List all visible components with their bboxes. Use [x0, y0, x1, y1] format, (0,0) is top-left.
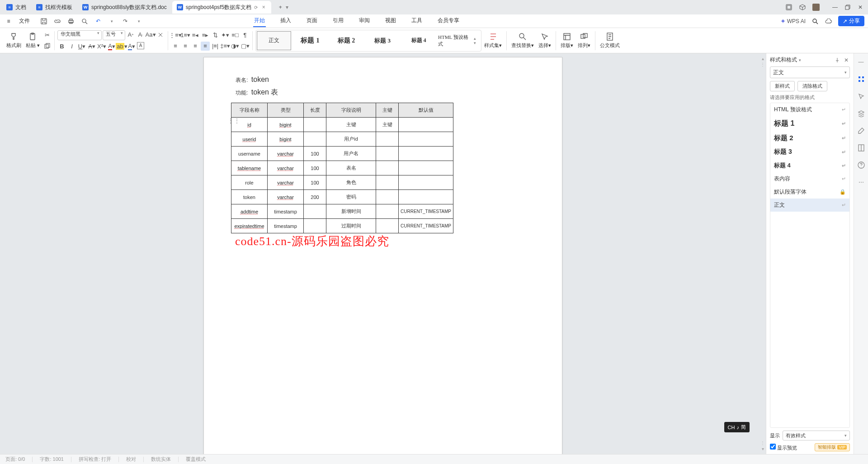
increase-font-icon[interactable]: A+ — [126, 30, 135, 39]
line-spacing-icon[interactable]: ‡≡▾ — [221, 42, 230, 51]
italic-icon[interactable]: I — [67, 42, 76, 51]
status-overwrite[interactable]: 覆盖模式 — [186, 456, 206, 463]
numbering-icon[interactable]: 1≡▾ — [181, 31, 190, 40]
scroll-up-icon[interactable]: ▴ — [762, 56, 764, 61]
style-list-item[interactable]: 标题 3↵ — [770, 145, 849, 159]
tab-member[interactable]: 会员专享 — [437, 15, 460, 27]
clear-format-icon[interactable] — [156, 30, 165, 39]
cube-icon[interactable] — [797, 1, 808, 13]
sb-more-icon[interactable]: ⋯ — [857, 178, 865, 186]
align-center-icon[interactable]: ≡ — [181, 42, 190, 51]
minimize-button[interactable]: — — [829, 1, 841, 13]
style-list-item[interactable]: 表内容↵ — [770, 172, 849, 185]
font-name-select[interactable]: 华文细黑 ▾ — [57, 30, 102, 40]
style-gallery-more-icon[interactable]: ▴▾ — [474, 36, 480, 45]
redo-icon[interactable]: ↷ — [121, 17, 129, 25]
scroll-down-icon[interactable]: ▾ — [762, 446, 764, 451]
collapse-icon[interactable]: — — [857, 58, 865, 66]
close-button[interactable]: ✕ — [854, 1, 866, 13]
share-button[interactable]: ↗分享 — [838, 16, 864, 26]
style-list-item[interactable]: 正文↵ — [770, 199, 849, 212]
highlight-icon[interactable]: ab▾ — [117, 42, 126, 51]
underline-icon[interactable]: U▾ — [77, 42, 86, 51]
style-h1[interactable]: 标题 1 — [293, 31, 327, 50]
clear-format-button[interactable]: 清除格式 — [797, 81, 827, 91]
document-area[interactable]: ▴⋮ ⋮⋮ 表名: token 功能: token 表 字段名称 类型 长度 字… — [0, 53, 766, 454]
shading-para-icon[interactable]: ◑▾ — [231, 42, 240, 51]
sb-layers-icon[interactable] — [857, 109, 865, 118]
line-box-icon[interactable]: ≡□ — [231, 31, 240, 40]
save-icon[interactable] — [40, 17, 48, 25]
tab-cite[interactable]: 引用 — [332, 15, 344, 27]
style-list-item[interactable]: 标题 2↵ — [770, 131, 849, 145]
bullets-icon[interactable]: ⋮≡▾ — [171, 31, 180, 40]
border-icon[interactable]: ▢▾ — [241, 42, 250, 51]
search-icon[interactable] — [811, 17, 819, 25]
justify-icon[interactable]: ≡ — [201, 42, 210, 51]
print-icon[interactable] — [67, 17, 75, 25]
tab-doc-2-active[interactable]: Wspringboot4psf5数据库文档⟳× — [172, 1, 271, 14]
style-list-item[interactable]: 默认段落字体🔒 — [770, 185, 849, 199]
show-filter-select[interactable]: 有效样式▾ — [783, 431, 850, 440]
bold-icon[interactable]: B — [57, 42, 66, 51]
print-preview-icon[interactable] — [80, 17, 89, 25]
status-spell[interactable]: 拼写检查: 打开 — [79, 456, 111, 463]
style-list-item[interactable]: 标题 4↵ — [770, 159, 849, 172]
strikethrough-icon[interactable]: A▾ — [87, 42, 96, 51]
close-panel-icon[interactable]: ✕ — [843, 57, 850, 64]
layout-button[interactable]: 排版▾ — [559, 31, 575, 50]
preview-checkbox[interactable]: 显示预览 — [770, 444, 797, 451]
layout-mode-icon[interactable] — [783, 1, 795, 13]
new-style-button[interactable]: 新样式 — [770, 81, 795, 91]
decrease-font-icon[interactable]: A- — [136, 30, 145, 39]
character-border-icon[interactable]: A — [137, 42, 144, 49]
status-entity[interactable]: 数统实体 — [151, 456, 171, 463]
tab-review[interactable]: 审阅 — [358, 15, 371, 27]
font-color-icon[interactable]: A▾ — [107, 42, 116, 51]
style-normal[interactable]: 正文 — [257, 31, 291, 50]
smart-layout-badge[interactable]: 智能排版VIP — [815, 443, 850, 451]
close-icon[interactable]: × — [260, 4, 267, 10]
shading-icon[interactable]: A▾ — [127, 42, 136, 51]
status-page[interactable]: 页面: 0/0 — [5, 456, 25, 463]
style-h2[interactable]: 标题 2 — [329, 31, 363, 50]
cut-icon[interactable]: ✂ — [42, 31, 52, 40]
undo-icon[interactable]: ↶ — [94, 17, 102, 25]
style-set-button[interactable]: 样式集▾ — [482, 31, 504, 50]
redo-dropdown-icon[interactable]: ▾ — [135, 17, 143, 25]
align-left-icon[interactable]: ≡ — [171, 42, 180, 51]
status-proof[interactable]: 校对 — [126, 456, 136, 463]
tab-template[interactable]: ≡找框壳模板 — [32, 1, 77, 14]
text-effect-icon[interactable]: ✦▾ — [221, 31, 230, 40]
decrease-indent-icon[interactable]: ≡◂ — [191, 31, 200, 40]
tab-page[interactable]: 页面 — [306, 15, 318, 27]
style-list-item[interactable]: HTML 预设格式↵ — [770, 103, 849, 116]
status-words[interactable]: 字数: 1001 — [40, 456, 64, 463]
tab-menu-caret-icon[interactable]: ▾ — [286, 4, 292, 10]
sb-tools-icon[interactable] — [857, 127, 865, 135]
find-replace-button[interactable]: 查找替换▾ — [509, 31, 536, 50]
format-brush-button[interactable]: 格式刷 — [5, 31, 23, 50]
arrange-button[interactable]: 排列▾ — [576, 31, 592, 50]
pin-icon[interactable] — [834, 57, 841, 64]
sort-icon[interactable]: ⇅ — [211, 31, 220, 40]
increase-indent-icon[interactable]: ≡▸ — [201, 31, 210, 40]
font-size-select[interactable]: 五号 ▾ — [103, 30, 125, 40]
style-h3[interactable]: 标题 3 — [365, 31, 400, 50]
distribute-icon[interactable]: |≡| — [211, 42, 220, 51]
link-icon[interactable] — [53, 17, 61, 25]
new-tab-button[interactable]: + — [275, 2, 286, 13]
tab-docs[interactable]: ≡文档 — [2, 1, 31, 14]
change-case-icon[interactable]: Aa▾ — [146, 30, 155, 39]
tab-tools[interactable]: 工具 — [410, 15, 423, 27]
undo-dropdown-icon[interactable]: ▾ — [108, 17, 116, 25]
tab-insert[interactable]: 插入 — [279, 15, 292, 27]
file-menu[interactable]: 文件 — [15, 17, 33, 25]
sb-style-icon[interactable] — [857, 75, 865, 83]
style-list-item[interactable]: 标题 1↵ — [770, 116, 849, 131]
paste-button[interactable]: 粘贴 ▾ — [24, 31, 42, 50]
sb-book-icon[interactable] — [857, 144, 865, 152]
current-style-select[interactable]: 正文▾ — [770, 66, 850, 78]
cloud-icon[interactable] — [825, 17, 833, 25]
align-right-icon[interactable]: ≡ — [191, 42, 200, 51]
